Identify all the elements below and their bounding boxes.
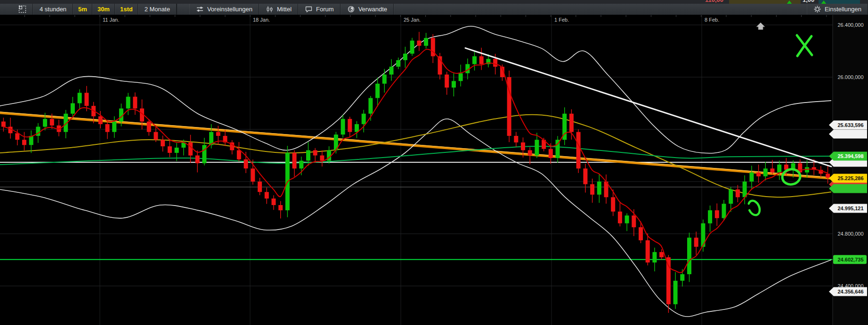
scroll-pointer-marker	[756, 23, 765, 30]
chart-toolbar: 4 stunden 5m 30m 1std 2 Monate Voreinste…	[0, 4, 868, 15]
candle-body	[126, 97, 130, 109]
candle-body	[362, 114, 366, 124]
candle-body	[112, 121, 116, 132]
timeframe-button[interactable]: 4 stunden	[33, 4, 73, 15]
price-badge-label: 25.394,598	[837, 153, 863, 159]
candle-body	[133, 97, 137, 109]
candle-body	[549, 149, 553, 158]
candle-body	[188, 143, 193, 156]
bollinger-upper-band	[0, 26, 831, 153]
indicators-label: Mittel	[277, 6, 292, 13]
up-triangle-icon	[787, 0, 792, 4]
candle-body	[632, 215, 636, 227]
toolbar-group-divider	[177, 4, 189, 15]
candle-body	[306, 150, 310, 160]
candle-body	[445, 75, 449, 88]
candle-body	[583, 168, 587, 184]
candle-body	[71, 103, 75, 114]
price-badge	[829, 184, 867, 193]
candles-layer	[1, 32, 830, 313]
tf-5m-label: 5m	[78, 6, 87, 13]
range-button[interactable]: 2 Monate	[138, 4, 177, 15]
candle-body	[666, 257, 671, 304]
candle-body	[410, 40, 414, 54]
candle-body	[618, 212, 622, 223]
candle-body	[168, 146, 172, 153]
date-label: 18 Jan.	[253, 17, 270, 23]
candle-body	[389, 67, 394, 75]
tf-30m-label: 30m	[97, 6, 110, 13]
related-swirl-icon	[347, 5, 355, 13]
candle-body	[472, 56, 477, 64]
sliders-icon	[196, 5, 204, 13]
timeframe-30m-button[interactable]: 30m	[92, 4, 115, 15]
ask-quote-box[interactable]	[819, 0, 860, 4]
settings-button[interactable]: Einstellungen	[807, 4, 868, 15]
candle-body	[265, 192, 269, 198]
toolbar-spacer	[394, 4, 807, 15]
green-circle-small	[746, 199, 762, 217]
candle-body	[459, 73, 463, 81]
date-label: 1 Feb.	[554, 17, 569, 23]
candle-body	[736, 190, 740, 198]
axis-tick-label: 26.400,000	[837, 22, 863, 28]
candle-body	[292, 153, 297, 168]
chart-area: 26.400,00026.000,00024.800,00024.400,000…	[0, 15, 868, 325]
up-triangle-icon	[821, 0, 827, 4]
candle-body	[424, 38, 428, 46]
candle-body	[195, 156, 200, 164]
candle-body	[22, 140, 26, 145]
candle-body	[493, 59, 497, 67]
grid-layout-icon	[18, 5, 26, 13]
candle-body	[216, 132, 220, 136]
yellow-moving-average	[0, 115, 831, 198]
axis-layer[interactable]: 26.400,00026.000,00024.800,00024.400,000…	[829, 15, 868, 325]
candle-body	[514, 136, 518, 143]
presets-button[interactable]: Voreinstellungen	[189, 4, 259, 15]
price-badge-label: 25.225,286	[837, 175, 863, 181]
price-axis-panel	[833, 15, 868, 325]
related-label: Verwandte	[358, 6, 387, 13]
price-badge-label: 24.356,646	[837, 289, 863, 294]
forum-button[interactable]: Forum	[298, 4, 341, 15]
candle-body	[105, 124, 110, 132]
candle-body	[1, 121, 6, 127]
candle-body	[722, 204, 726, 218]
price-badge-label: 24.602,735	[837, 257, 863, 262]
related-button[interactable]: Verwandte	[341, 4, 394, 15]
indicators-button[interactable]: Mittel	[259, 4, 298, 15]
layout-grid-button[interactable]	[12, 4, 33, 15]
candle-body	[715, 210, 719, 218]
candle-body	[251, 168, 255, 182]
candle-body	[777, 165, 781, 173]
candle-body	[403, 54, 407, 60]
timeframe-1std-button[interactable]: 1std	[115, 4, 138, 15]
candle-body	[272, 198, 276, 205]
candle-body	[708, 210, 712, 223]
settings-label: Einstellungen	[825, 6, 861, 13]
candle-body	[771, 168, 775, 172]
presets-label: Voreinstellungen	[207, 6, 252, 13]
candle-body	[84, 93, 89, 106]
candle-body	[569, 114, 574, 132]
candle-body	[479, 56, 484, 64]
candle-body	[375, 84, 380, 98]
timeframe-5m-button[interactable]: 5m	[73, 4, 92, 15]
candle-body	[521, 143, 525, 151]
candle-body	[299, 161, 303, 169]
candle-body	[161, 140, 165, 146]
candle-body	[202, 145, 206, 163]
candle-body	[673, 281, 678, 304]
candle-body	[826, 174, 830, 177]
candle-body	[98, 116, 103, 124]
candle-body	[528, 150, 532, 155]
candle-body	[244, 159, 248, 168]
forum-label: Forum	[316, 6, 334, 13]
candle-body	[576, 132, 581, 169]
price-chart-canvas[interactable]: 26.400,00026.000,00024.800,00024.400,000…	[0, 15, 868, 325]
bid-quote-box[interactable]	[729, 0, 801, 4]
quote-change-value: 110,00	[705, 0, 723, 3]
candle-body	[313, 150, 317, 155]
axis-tick-label: 24.800,000	[837, 231, 863, 237]
candle-body	[237, 150, 241, 159]
